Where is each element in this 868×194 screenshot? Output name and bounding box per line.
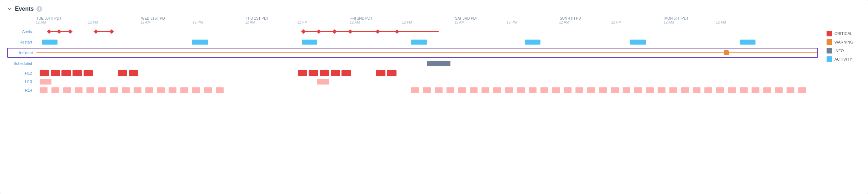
r14-block[interactable] bbox=[716, 87, 724, 93]
h12-block[interactable] bbox=[376, 70, 385, 76]
h12-block[interactable] bbox=[84, 70, 93, 76]
r14-block[interactable] bbox=[587, 87, 595, 93]
legend-item-activity: ACTIVITY bbox=[827, 56, 861, 62]
r14-block[interactable] bbox=[75, 87, 83, 93]
r14-block[interactable] bbox=[704, 87, 712, 93]
restart-block[interactable] bbox=[630, 40, 646, 45]
tick-tue-pm: 12 PM bbox=[88, 20, 98, 24]
r14-block[interactable] bbox=[798, 87, 806, 93]
row-label-r14[interactable]: R14 bbox=[7, 88, 36, 92]
row-label-h12[interactable]: H12 bbox=[7, 71, 36, 75]
h12-block[interactable] bbox=[341, 70, 351, 76]
r14-block[interactable] bbox=[216, 87, 224, 93]
h12-block[interactable] bbox=[387, 70, 396, 76]
r14-block[interactable] bbox=[634, 87, 642, 93]
r14-block[interactable] bbox=[787, 87, 794, 93]
r14-block[interactable] bbox=[669, 87, 677, 93]
r14-block[interactable] bbox=[86, 87, 94, 93]
legend-swatch-warning bbox=[827, 39, 832, 45]
h13-block[interactable] bbox=[40, 79, 51, 85]
r14-block[interactable] bbox=[775, 87, 783, 93]
row-label-scheduled[interactable]: Scheduled bbox=[7, 61, 36, 66]
h12-block[interactable] bbox=[73, 70, 82, 76]
restart-block[interactable] bbox=[192, 40, 208, 45]
r14-block[interactable] bbox=[693, 87, 701, 93]
h12-block[interactable] bbox=[61, 70, 71, 76]
row-label-alerts[interactable]: Alerts bbox=[7, 29, 36, 34]
row-label-restart[interactable]: Restart bbox=[7, 40, 36, 44]
restart-block[interactable] bbox=[42, 40, 58, 45]
r14-block[interactable] bbox=[98, 87, 106, 93]
r14-block[interactable] bbox=[552, 87, 560, 93]
restart-block[interactable] bbox=[411, 40, 427, 45]
restart-block[interactable] bbox=[525, 40, 540, 45]
r14-block[interactable] bbox=[122, 87, 130, 93]
alert-line bbox=[94, 31, 110, 32]
r14-block[interactable] bbox=[458, 87, 466, 93]
row-track-incident bbox=[36, 48, 817, 57]
h12-block[interactable] bbox=[331, 70, 340, 76]
r14-block[interactable] bbox=[752, 87, 759, 93]
r14-block[interactable] bbox=[540, 87, 548, 93]
r14-block[interactable] bbox=[157, 87, 165, 93]
info-icon[interactable]: i bbox=[36, 6, 42, 12]
row-label-incident[interactable]: Incident bbox=[8, 51, 36, 55]
r14-block[interactable] bbox=[740, 87, 748, 93]
r14-block[interactable] bbox=[435, 87, 443, 93]
day-label-tue: TUE 30TH PDT bbox=[36, 16, 61, 20]
h12-block[interactable] bbox=[309, 70, 318, 76]
r14-block[interactable] bbox=[411, 87, 419, 93]
r14-block[interactable] bbox=[564, 87, 572, 93]
r14-block[interactable] bbox=[529, 87, 537, 93]
r14-block[interactable] bbox=[204, 87, 212, 93]
r14-block[interactable] bbox=[505, 87, 513, 93]
h12-block[interactable] bbox=[298, 70, 307, 76]
r14-block[interactable] bbox=[63, 87, 71, 93]
r14-block[interactable] bbox=[169, 87, 176, 93]
r14-block[interactable] bbox=[623, 87, 630, 93]
r14-block[interactable] bbox=[192, 87, 200, 93]
r14-block[interactable] bbox=[575, 87, 583, 93]
r14-block[interactable] bbox=[646, 87, 654, 93]
h12-block[interactable] bbox=[118, 70, 127, 76]
r14-block[interactable] bbox=[470, 87, 478, 93]
h12-block[interactable] bbox=[129, 70, 138, 76]
legend-item-warning: WARNING bbox=[827, 39, 861, 45]
row-scheduled: Scheduled bbox=[7, 58, 818, 68]
r14-block[interactable] bbox=[145, 87, 153, 93]
r14-block[interactable] bbox=[728, 87, 736, 93]
tick-sat-am: 12 AM bbox=[454, 20, 507, 24]
r14-block[interactable] bbox=[493, 87, 501, 93]
legend-label-warning: WARNING bbox=[834, 40, 853, 44]
r14-block[interactable] bbox=[51, 87, 59, 93]
day-mon: MON 5TH PDT 12 AM 12 PM bbox=[664, 16, 768, 24]
restart-block[interactable] bbox=[302, 40, 318, 45]
legend-swatch-info bbox=[827, 48, 832, 53]
scheduled-block[interactable] bbox=[427, 61, 450, 66]
row-track-alerts bbox=[36, 26, 818, 36]
r14-block[interactable] bbox=[681, 87, 689, 93]
r14-block[interactable] bbox=[180, 87, 188, 93]
row-label-h13[interactable]: H13 bbox=[7, 80, 36, 84]
tick-wed-pm: 12 PM bbox=[193, 20, 203, 24]
r14-block[interactable] bbox=[517, 87, 525, 93]
r14-block[interactable] bbox=[134, 87, 141, 93]
incident-dot[interactable] bbox=[724, 50, 729, 55]
r14-block[interactable] bbox=[423, 87, 431, 93]
r14-block[interactable] bbox=[763, 87, 771, 93]
r14-block[interactable] bbox=[658, 87, 665, 93]
h12-block[interactable] bbox=[320, 70, 329, 76]
h12-block[interactable] bbox=[40, 70, 49, 76]
r14-block[interactable] bbox=[40, 87, 48, 93]
r14-block[interactable] bbox=[611, 87, 619, 93]
r14-block[interactable] bbox=[447, 87, 454, 93]
h12-block[interactable] bbox=[51, 70, 60, 76]
restart-block[interactable] bbox=[740, 40, 755, 45]
r14-block[interactable] bbox=[599, 87, 607, 93]
h13-block[interactable] bbox=[317, 79, 329, 85]
r14-block[interactable] bbox=[482, 87, 489, 93]
legend-swatch-activity bbox=[827, 56, 832, 62]
chevron-icon[interactable] bbox=[7, 6, 12, 11]
r14-block[interactable] bbox=[110, 87, 118, 93]
alert-diamond[interactable] bbox=[109, 29, 114, 34]
